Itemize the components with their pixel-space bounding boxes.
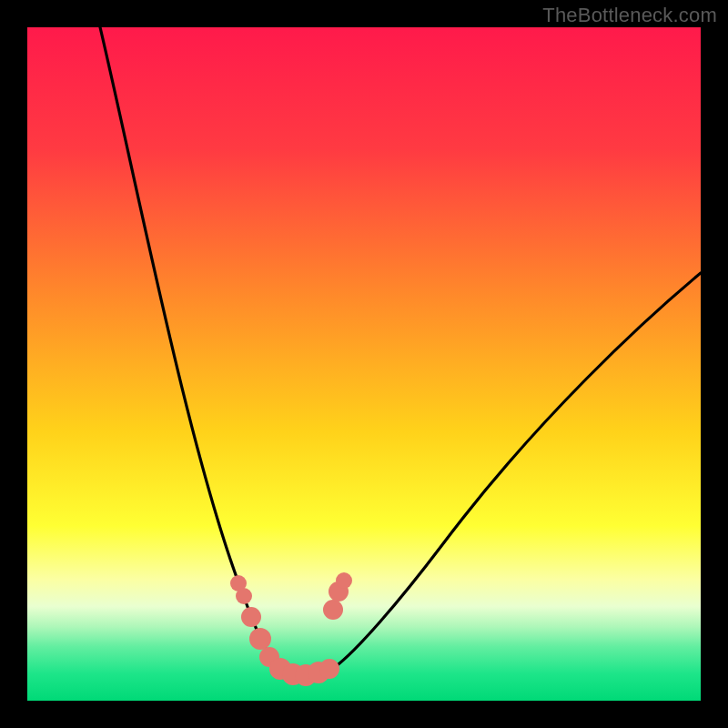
valley-markers (230, 572, 352, 686)
curve-layer (27, 27, 701, 701)
valley-marker (249, 628, 271, 650)
plot-area (27, 27, 701, 701)
watermark-text: TheBottleneck.com (542, 4, 717, 27)
chart-frame: TheBottleneck.com (0, 0, 728, 728)
curve-right-curve (335, 273, 701, 667)
valley-marker (336, 572, 352, 589)
valley-marker (319, 659, 339, 679)
valley-marker (241, 607, 261, 627)
curve-left-curve (100, 27, 275, 664)
valley-marker (323, 600, 343, 620)
valley-marker (236, 588, 252, 604)
bottleneck-curves (100, 27, 701, 675)
